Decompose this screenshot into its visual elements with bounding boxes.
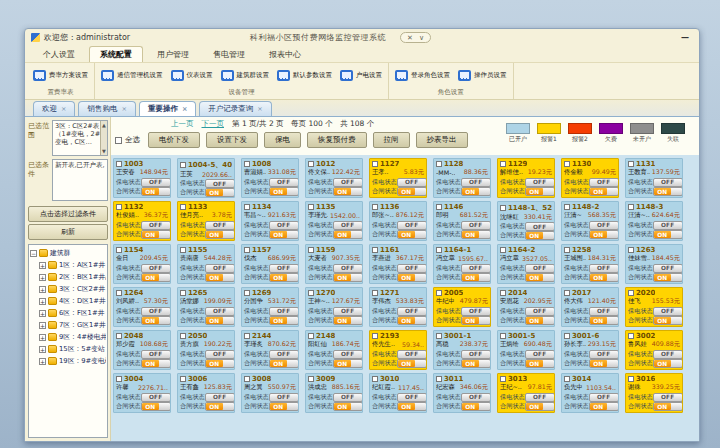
protect-status-toggle[interactable]: OFF [525,178,555,187]
select-all-checkbox[interactable] [115,137,122,144]
protect-status-toggle[interactable]: OFF [397,178,427,187]
meter-checkbox[interactable] [436,161,442,167]
ribbon-button[interactable]: 登录角色设置 [392,68,453,83]
tree-root[interactable]: −建筑群 [30,247,106,259]
meter-card[interactable]: 1155贵南唐544.28元保电状态OFF合闸状态ON [177,244,235,284]
ribbon-button[interactable]: 费率方案设置 [30,68,91,83]
protect-status-toggle[interactable]: OFF [269,178,299,187]
meter-checkbox[interactable] [564,290,570,296]
protect-status-toggle[interactable]: OFF [333,307,363,316]
meter-card[interactable]: 1134韦昌~..921.63元保电状态OFF合闸状态ON [241,201,299,241]
meter-card[interactable]: 1128-MM-..88.36元保电状态OFF合闸状态ON [433,158,491,198]
menu-tab[interactable]: 报表中心 [259,47,311,62]
meter-card[interactable]: 1003王安春148.94元保电状态OFF合闸状态ON [113,158,171,198]
switch-status-toggle[interactable]: ON [205,273,235,282]
menu-tab[interactable]: 售电管理 [203,47,255,62]
meter-checkbox[interactable] [564,204,570,210]
switch-status-toggle[interactable]: ON [461,273,491,282]
meter-card[interactable]: 1148-2汪清~568.35元保电状态OFF合闸状态ON [561,201,619,241]
meter-card[interactable]: 1136郎张~..876.12元保电状态OFF合闸状态ON [369,201,427,241]
switch-status-toggle[interactable]: ON [653,402,683,411]
doc-tab[interactable]: 重要操作× [139,101,196,116]
meter-checkbox[interactable] [116,333,122,339]
switch-status-toggle[interactable]: ON [205,402,235,411]
meter-checkbox[interactable] [116,247,122,253]
switch-status-toggle[interactable]: ON [653,187,683,196]
meter-card[interactable]: 1159大麦者907.35元保电状态OFF合闸状态ON [305,244,363,284]
meter-checkbox[interactable] [500,333,506,339]
expand-icon[interactable]: + [39,298,46,305]
switch-status-toggle[interactable]: ON [461,187,491,196]
switch-status-toggle[interactable]: ON [141,359,171,368]
protect-status-toggle[interactable]: OFF [397,393,427,402]
meter-card[interactable]: 3016谢殊339.25元保电状态OFF合闸状态ON [625,373,683,413]
protect-status-toggle[interactable]: OFF [141,264,171,273]
protect-status-toggle[interactable]: OFF [269,393,299,402]
meter-card[interactable]: 1008曹淑娟..331.08元保电状态OFF合闸状态ON [241,158,299,198]
ribbon-button[interactable]: 建筑群设置 [218,68,273,83]
meter-card[interactable]: 3006王有鑫125.83元保电状态OFF合闸状态ON [177,373,235,413]
meter-card[interactable]: 2005牛纪中479.87元保电状态OFF合闸状态ON [433,287,491,327]
protect-status-toggle[interactable]: OFF [205,307,235,316]
switch-status-toggle[interactable]: ON [653,316,683,325]
doc-tab[interactable]: 欢迎× [33,101,75,116]
scrollbar[interactable]: ▲▼ [100,121,107,155]
select-all[interactable]: 全选 [115,135,140,145]
doc-tab[interactable]: 开户记录查询× [199,101,271,116]
tree-item[interactable]: +4区：D区1#井（D区1 [30,295,106,307]
meter-checkbox[interactable] [436,204,442,210]
protect-status-toggle[interactable]: OFF [141,221,171,230]
tree-item[interactable]: +7区：G区1#井 [30,319,106,331]
meter-checkbox[interactable] [308,290,314,296]
tree-item[interactable]: +15区：5#变站（3#变 [30,343,106,355]
protect-status-toggle[interactable]: OFF [269,221,299,230]
doc-tab[interactable]: 销售购电× [78,101,135,116]
protect-status-toggle[interactable]: OFF [589,264,619,273]
tree-item[interactable]: +1区：A区1#井 [30,259,106,271]
protect-status-toggle[interactable]: OFF [397,221,427,230]
meter-card[interactable]: 1258王城围..184.31元保电状态OFF合闸状态ON [561,244,619,284]
protect-status-toggle[interactable]: OFF [333,178,363,187]
meter-checkbox[interactable] [372,290,378,296]
meter-card[interactable]: 1264刘凤娇..57.30元保电状态OFF合闸状态ON [113,287,171,327]
switch-status-toggle[interactable]: ON [333,273,363,282]
meter-checkbox[interactable] [308,161,314,167]
switch-status-toggle[interactable]: ON [333,230,363,239]
switch-status-toggle[interactable]: ON [269,316,299,325]
selected-range-box[interactable]: 3区：C区2#表（1#变电，2#变电，C区… ▲▼ [52,120,108,156]
meter-checkbox[interactable] [244,376,250,382]
meter-card[interactable]: 1146郎明681.52元保电状态OFF合闸状态ON [433,201,491,241]
toolbar-button[interactable]: 恢复预付费 [307,132,367,148]
prev-page-link[interactable]: 上一页 [171,119,194,129]
toolbar-button[interactable]: 电价下发 [148,132,200,148]
meter-card[interactable]: 1154金日209.45元保电状态OFF合闸状态ON [113,244,171,284]
meter-checkbox[interactable] [500,161,506,167]
expand-icon[interactable]: + [39,346,46,353]
meter-card[interactable]: 2014安恩花202.95元保电状态OFF合闸状态ON [497,287,555,327]
protect-status-toggle[interactable]: OFF [397,264,427,273]
switch-status-toggle[interactable]: ON [653,359,683,368]
switch-status-toggle[interactable]: ON [461,230,491,239]
meter-checkbox[interactable] [500,290,506,296]
meter-checkbox[interactable] [180,333,186,339]
meter-card[interactable]: 1263佳妹雪..184.45元保电状态OFF合闸状态ON [625,244,683,284]
expand-icon[interactable]: + [39,358,46,365]
meter-checkbox[interactable] [564,333,570,339]
switch-status-toggle[interactable]: ON [397,187,427,196]
meter-card[interactable]: 1129解维佳..19.23元保电状态OFF合闸状态ON [497,158,555,198]
meter-checkbox[interactable] [244,204,250,210]
meter-checkbox[interactable] [436,376,442,382]
collapse-icon[interactable]: − [30,250,37,257]
meter-card[interactable]: 3001-1高稳238.37元保电状态OFF合闸状态ON [433,330,491,370]
meter-card[interactable]: 1269分国争531.72元保电状态OFF合闸状态ON [241,287,299,327]
switch-status-toggle[interactable]: ON [397,316,427,325]
protect-status-toggle[interactable]: OFF [525,222,555,231]
meter-card[interactable]: 1127王孝..5.83元保电状态OFF合闸状态ON [369,158,427,198]
meter-card[interactable]: 1271李伟杰533.83元保电状态OFF合闸状态ON [369,287,427,327]
meter-card[interactable]: 1161李燕进367.17元保电状态OFF合闸状态ON [369,244,427,284]
protect-status-toggle[interactable]: OFF [653,178,683,187]
switch-status-toggle[interactable]: ON [205,359,235,368]
meter-card[interactable]: 3010纪红霞..117.45..保电状态OFF合闸状态ON [369,373,427,413]
protect-status-toggle[interactable]: OFF [269,350,299,359]
protect-status-toggle[interactable]: OFF [461,221,491,230]
